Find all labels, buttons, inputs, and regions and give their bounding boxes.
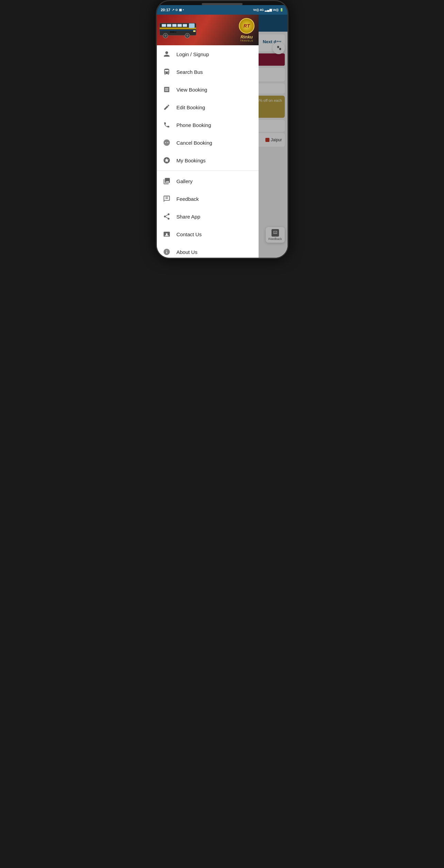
menu-contact-us-label: Contact Us [177,231,202,237]
menu-feedback-label: Feedback [177,196,199,202]
logo-text: RT [244,23,250,29]
menu-divider [157,171,259,171]
status-bar: 20:17 ↗ ⊙ ▦ • Vo)) 4G ▂▄▆ Vo)) 🔋 [157,5,287,15]
menu-item-view-booking[interactable]: View Booking [157,81,259,98]
svg-point-17 [164,34,167,37]
menu-item-login[interactable]: Login / Signup [157,45,259,63]
menu-item-gallery[interactable]: Gallery [157,172,259,190]
logo-circle: RT [239,18,254,34]
svg-rect-10 [167,24,171,27]
lte2: Vo)) [273,8,279,12]
drawer-header: RINKU RT Rinku TRAVELS [157,15,259,45]
menu-item-contact-us[interactable]: Contact Us [157,225,259,243]
menu-view-booking-label: View Booking [177,87,208,93]
phone-content: Next day GUIDELINES ers 6% off on each e… [157,15,287,259]
menu-phone-booking-label: Phone Booking [177,122,211,128]
svg-rect-14 [189,23,195,28]
menu-item-phone-booking[interactable]: Phone Booking [157,116,259,134]
bus-image: RINKU [158,19,199,41]
menu-item-edit-booking[interactable]: Edit Booking [157,98,259,116]
menu-item-cancel-booking[interactable]: Cancel Booking [157,134,259,151]
gallery-icon [162,177,171,186]
menu-about-us-label: About Us [177,249,198,255]
menu-item-about-us[interactable]: About Us [157,243,259,259]
time: 20:17 [161,8,170,12]
status-right: Vo)) 4G ▂▄▆ Vo)) 🔋 [253,8,283,12]
svg-point-19 [186,34,188,37]
svg-rect-12 [177,24,182,27]
menu-my-bookings-label: My Bookings [177,158,206,163]
drawer-logo: RT Rinku TRAVELS [239,18,254,42]
network-status: Vo)) 4G [253,8,264,12]
menu-share-app-label: Share App [177,214,200,220]
menu-item-feedback[interactable]: Feedback [157,190,259,208]
contact-icon [162,230,171,239]
menu-login-label: Login / Signup [177,51,209,57]
menu-cancel-booking-label: Cancel Booking [177,140,212,146]
menu-search-bus-label: Search Bus [177,69,203,75]
signal-bars: ▂▄▆ [265,8,272,12]
drawer-menu: Login / Signup Search Bus View Booking [157,45,259,259]
navigation-drawer: RINKU RT Rinku TRAVELS [157,15,259,259]
svg-rect-15 [193,30,195,32]
receipt-icon [162,85,171,94]
info-icon [162,247,171,256]
menu-gallery-label: Gallery [177,178,193,184]
person-icon [162,50,171,59]
menu-edit-booking-label: Edit Booking [177,105,205,110]
my-bookings-icon [162,156,171,165]
svg-rect-9 [162,24,166,27]
svg-rect-13 [183,24,187,27]
menu-item-search-bus[interactable]: Search Bus [157,63,259,81]
menu-item-share-app[interactable]: Share App [157,208,259,225]
share-icon [162,212,171,221]
status-left: 20:17 ↗ ⊙ ▦ • [161,8,184,12]
brand-sub: TRAVELS [240,39,253,42]
bus-icon [162,67,171,76]
svg-text:RINKU: RINKU [170,31,176,33]
battery: 🔋 [280,8,283,12]
phone-icon [162,120,171,129]
svg-rect-8 [160,30,196,31]
feedback-icon [162,194,171,203]
edit-icon [162,103,171,112]
svg-rect-11 [172,24,177,27]
cancel-icon [162,138,171,147]
phone-frame: 20:17 ↗ ⊙ ▦ • Vo)) 4G ▂▄▆ Vo)) 🔋 Next da… [156,0,289,259]
network-icons: ↗ ⊙ ▦ • [172,8,184,12]
brand-name: Rinku [241,34,253,39]
menu-item-my-bookings[interactable]: My Bookings [157,151,259,169]
